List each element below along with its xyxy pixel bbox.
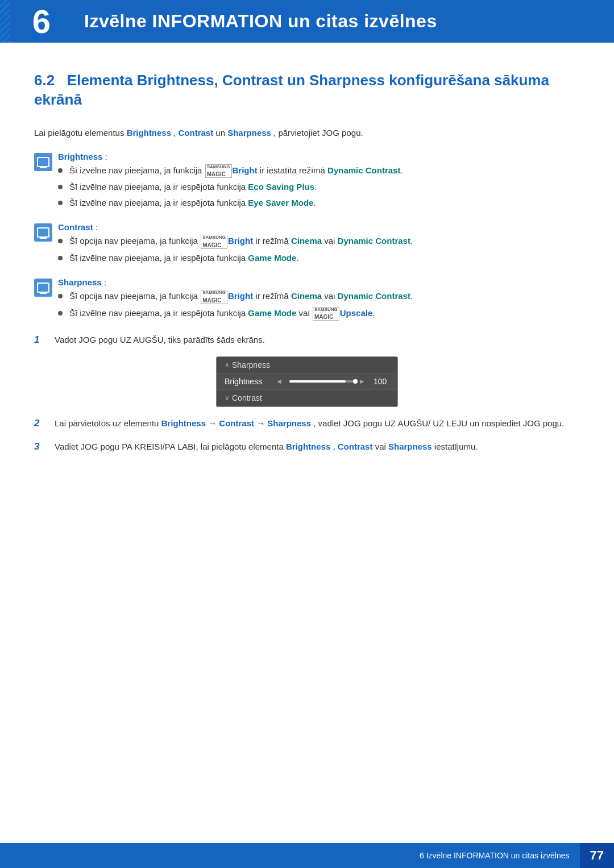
osd-sharpness-row: ∧ Sharpness xyxy=(217,357,397,373)
step3-comma: , xyxy=(333,442,337,451)
step3-brightness: Brightness xyxy=(286,442,330,451)
brightness-label-text: Brightness xyxy=(58,152,102,161)
header-bar: 6 Izvēlne INFORMATION un citas izvēlnes xyxy=(0,0,614,43)
osd-arrow-left: ◄ xyxy=(276,377,283,385)
brightness-bullet-1-text: Šī izvēlne nav pieejama, ja funkcija SAM… xyxy=(69,164,403,178)
step3-text-after: iestatījumu. xyxy=(434,442,478,451)
footer-page-number: 77 xyxy=(580,843,614,868)
contrast-bullet-2: Šī izvēlne nav pieejama, ja ir iespējota… xyxy=(58,252,580,265)
step-2-block: 2 Lai pārvietotos uz elementu Brightness… xyxy=(34,417,580,430)
header-title: Izvēlne INFORMATION un citas izvēlnes xyxy=(73,11,437,32)
bright-label: Bright xyxy=(233,165,258,175)
sharpness-icon xyxy=(34,279,52,297)
step2-sharpness: Sharpness xyxy=(267,418,311,428)
sharpness-label: Sharpness : xyxy=(58,277,580,287)
contrast-label-text: Contrast xyxy=(58,222,93,232)
bullet-dot xyxy=(58,185,63,189)
eco-saving-label: Eco Saving Plus xyxy=(248,182,314,192)
sharpness-content: Sharpness : Šī opcija nav pieejama, ja f… xyxy=(58,277,580,323)
step-1-number: 1 xyxy=(34,334,50,346)
section-number: 6.2 xyxy=(34,72,55,89)
bright-label2: Bright xyxy=(228,236,253,246)
eye-saver-label: Eye Saver Mode xyxy=(248,198,313,207)
intro-paragraph: Lai pielāgotu elementus Brightness , Con… xyxy=(34,127,580,140)
footer-text: 6 Izvēlne INFORMATION un citas izvēlnes xyxy=(420,851,579,860)
brightness-bullets: Šī izvēlne nav pieejama, ja funkcija SAM… xyxy=(58,164,580,209)
step2-arrow1: → xyxy=(208,418,219,428)
contrast-block: Contrast : Šī opcija nav pieejama, ja fu… xyxy=(34,222,580,267)
bullet-dot xyxy=(58,256,63,260)
sharpness-bullets: Šī opcija nav pieejama, ja funkcija SAMS… xyxy=(58,290,580,321)
step-3-block: 3 Vadiet JOG pogu PA KREISI/PA LABI, lai… xyxy=(34,441,580,454)
osd-contrast-label: Contrast xyxy=(232,393,283,402)
step2-text-after: , vadiet JOG pogu UZ AUGŠU/ UZ LEJU un n… xyxy=(313,418,564,428)
dynamic-contrast-label3: Dynamic Contrast xyxy=(338,291,410,301)
contrast-bullet-1-text: Šī opcija nav pieejama, ja funkcija SAMS… xyxy=(69,235,413,248)
chapter-number-box: 6 xyxy=(10,0,73,43)
osd-slider-area: ◄ ► xyxy=(276,377,369,385)
intro-sharpness: Sharpness xyxy=(227,128,271,138)
step-1-block: 1 Vadot JOG pogu UZ AUGŠU, tiks parādīts… xyxy=(34,334,580,347)
contrast-colon: : xyxy=(96,222,98,232)
bullet-dot xyxy=(58,201,63,205)
osd-up-chevron: ∧ xyxy=(225,361,230,369)
intro-comma1: , xyxy=(173,128,178,138)
osd-value: 100 xyxy=(374,377,389,386)
intro-text-after: , pārvietojiet JOG pogu. xyxy=(273,128,363,138)
dynamic-contrast-label: Dynamic Contrast xyxy=(327,165,400,175)
brightness-label: Brightness : xyxy=(58,152,580,161)
step3-vai: vai xyxy=(375,442,388,451)
osd-menu: ∧ Sharpness Brightness ◄ ► 100 ∨ Contras… xyxy=(216,356,398,407)
osd-brightness-row: Brightness ◄ ► 100 xyxy=(217,373,397,390)
sharpness-colon: : xyxy=(104,277,106,287)
brightness-bullet-1: Šī izvēlne nav pieejama, ja funkcija SAM… xyxy=(58,164,580,178)
sharpness-bullet-1-text: Šī opcija nav pieejama, ja funkcija SAMS… xyxy=(69,290,413,304)
osd-down-chevron: ∨ xyxy=(225,394,230,402)
bullet-dot xyxy=(58,239,63,243)
step3-sharpness: Sharpness xyxy=(388,442,432,451)
brightness-icon xyxy=(34,153,52,171)
chapter-number: 6 xyxy=(32,5,51,38)
step-2-text: Lai pārvietotos uz elementu Brightness →… xyxy=(55,417,564,430)
intro-un: un xyxy=(215,128,227,138)
game-mode-label: Game Mode xyxy=(248,253,296,263)
samsung-magic-label4: SAMSUNGMAGIC xyxy=(313,307,339,321)
step2-contrast: Contrast xyxy=(219,418,254,428)
brightness-bullet-2-text: Šī izvēlne nav pieejama, ja ir iespējota… xyxy=(69,181,317,194)
samsung-magic-label2: SAMSUNGMAGIC xyxy=(201,235,227,248)
bullet-dot xyxy=(58,168,63,173)
osd-contrast-row: ∨ Contrast xyxy=(217,390,397,406)
cinema-label: Cinema xyxy=(291,236,322,246)
sharpness-block: Sharpness : Šī opcija nav pieejama, ja f… xyxy=(34,277,580,323)
bullet-dot xyxy=(58,294,63,298)
brightness-colon: : xyxy=(105,152,107,161)
step-1-text: Vadot JOG pogu UZ AUGŠU, tiks parādīts š… xyxy=(55,334,265,347)
step2-brightness: Brightness xyxy=(161,418,206,428)
samsung-magic-label: SAMSUNGMAGIC xyxy=(205,164,232,178)
bright-label3: Bright xyxy=(228,291,253,301)
brightness-content: Brightness : Šī izvēlne nav pieejama, ja… xyxy=(58,152,580,212)
step-3-number: 3 xyxy=(34,441,50,452)
intro-contrast: Contrast xyxy=(179,128,214,138)
dynamic-contrast-label2: Dynamic Contrast xyxy=(338,236,410,246)
sharpness-icon-img xyxy=(34,279,52,297)
brightness-bullet-3: Šī izvēlne nav pieejama, ja ir iespējota… xyxy=(58,197,580,210)
osd-slider-track xyxy=(289,380,355,383)
sharpness-bullet-2-text: Šī izvēlne nav pieejama, ja ir iespējota… xyxy=(69,307,375,321)
brightness-block: Brightness : Šī izvēlne nav pieejama, ja… xyxy=(34,152,580,212)
osd-slider-fill xyxy=(289,380,346,383)
game-mode-label2: Game Mode xyxy=(248,308,296,318)
footer: 6 Izvēlne INFORMATION un citas izvēlnes … xyxy=(0,843,614,868)
stripe-decoration xyxy=(0,0,10,43)
contrast-icon xyxy=(34,223,52,242)
contrast-label: Contrast : xyxy=(58,222,580,232)
sharpness-label-text: Sharpness xyxy=(58,277,102,287)
section-title: 6.2 Elementa Brightness, Contrast un Sha… xyxy=(34,71,580,110)
contrast-bullets: Šī opcija nav pieejama, ja funkcija SAMS… xyxy=(58,235,580,264)
contrast-content: Contrast : Šī opcija nav pieejama, ja fu… xyxy=(58,222,580,267)
brightness-bullet-3-text: Šī izvēlne nav pieejama, ja ir iespējota… xyxy=(69,197,316,210)
section-heading: Elementa Brightness, Contrast un Sharpne… xyxy=(34,72,549,108)
upscale-label: Upscale xyxy=(340,308,373,318)
contrast-bullet-1: Šī opcija nav pieejama, ja funkcija SAMS… xyxy=(58,235,580,248)
bullet-dot xyxy=(58,311,63,315)
